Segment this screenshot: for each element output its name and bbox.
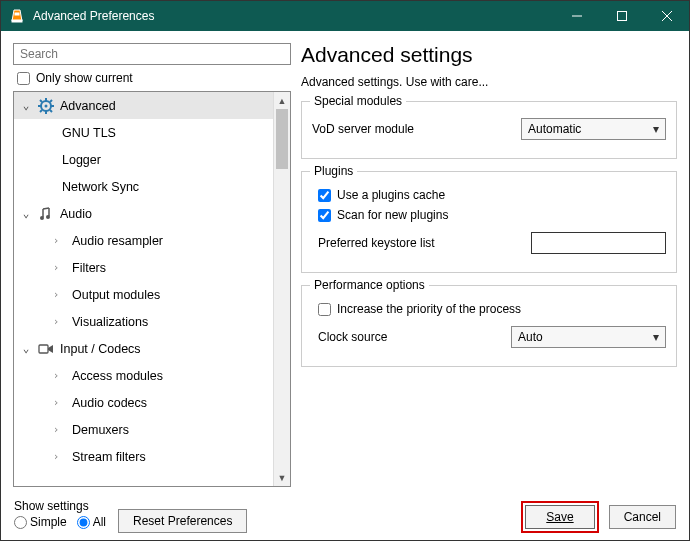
tree-item-audio[interactable]: ⌄Audio [14,200,273,227]
expand-icon[interactable]: ⌄ [20,99,32,112]
tree-label: Audio codecs [72,396,147,410]
svg-line-13 [50,110,52,112]
gear-icon [38,98,54,114]
simple-radio-input[interactable] [14,516,27,529]
page-description: Advanced settings. Use with care... [301,75,677,89]
tree-item-demuxers[interactable]: ›Demuxers [14,416,273,443]
expand-icon[interactable]: › [52,369,60,382]
use-plugins-cache-label: Use a plugins cache [337,188,445,202]
search-input[interactable] [13,43,291,65]
tree-label: Input / Codecs [60,342,141,356]
scroll-up-icon[interactable]: ▲ [274,92,290,109]
performance-group: Performance options Increase the priorit… [301,285,677,367]
only-show-current-checkbox[interactable]: Only show current [13,71,291,85]
show-settings-label2: Show settings [14,499,106,513]
simple-radio[interactable]: Simple [14,515,67,529]
tree-label: Network Sync [62,180,139,194]
expand-icon[interactable]: › [52,423,60,436]
tree-item-gnu-tls[interactable]: GNU TLS [14,119,273,146]
tree-label: Audio [60,207,92,221]
scroll-thumb[interactable] [276,109,288,169]
minimize-button[interactable] [554,1,599,31]
all-radio-label: All [93,515,106,529]
tree-label: Logger [62,153,101,167]
tree-label: Filters [72,261,106,275]
expand-icon[interactable]: ⌄ [20,207,32,220]
vod-server-combo[interactable]: Automatic [521,118,666,140]
all-radio-input[interactable] [77,516,90,529]
special-modules-group: Special modules VoD server module Automa… [301,101,677,159]
close-button[interactable] [644,1,689,31]
svg-point-7 [45,104,48,107]
vod-server-value: Automatic [528,122,581,136]
clock-source-value: Auto [518,330,543,344]
tree-item-input-codecs[interactable]: ⌄Input / Codecs [14,335,273,362]
titlebar: Advanced Preferences [1,1,689,31]
scan-plugins-input[interactable] [318,209,331,222]
svg-line-12 [40,100,42,102]
cancel-button[interactable]: Cancel [609,505,676,529]
tree-item-audio-resampler[interactable]: ›Audio resampler [14,227,273,254]
use-plugins-cache-input[interactable] [318,189,331,202]
audio-icon [38,206,54,222]
scan-plugins-label: Scan for new plugins [337,208,448,222]
performance-title: Performance options [310,278,429,292]
tree-item-filters[interactable]: ›Filters [14,254,273,281]
preferences-tree[interactable]: ⌄AdvancedGNU TLSLoggerNetwork Sync⌄Audio… [14,92,273,486]
maximize-button[interactable] [599,1,644,31]
svg-point-16 [40,216,44,220]
page-heading: Advanced settings [301,43,677,67]
tree-label: Demuxers [72,423,129,437]
tree-label: Advanced [60,99,116,113]
codec-icon [38,341,54,357]
clock-source-label: Clock source [318,330,511,344]
tree-item-visualizations[interactable]: ›Visualizations [14,308,273,335]
keystore-label: Preferred keystore list [318,236,531,250]
clock-source-combo[interactable]: Auto [511,326,666,348]
only-show-current-label: Only show current [36,71,133,85]
svg-rect-18 [39,345,48,353]
only-show-current-input[interactable] [17,72,30,85]
svg-point-17 [46,215,50,219]
scan-plugins-checkbox[interactable]: Scan for new plugins [312,208,666,222]
tree-item-access-modules[interactable]: ›Access modules [14,362,273,389]
simple-radio-label: Simple [30,515,67,529]
expand-icon[interactable]: › [52,450,60,463]
all-radio[interactable]: All [77,515,106,529]
priority-label: Increase the priority of the process [337,302,521,316]
keystore-input[interactable] [531,232,666,254]
expand-icon[interactable]: › [52,396,60,409]
special-modules-title: Special modules [310,94,406,108]
plugins-group: Plugins Use a plugins cache Scan for new… [301,171,677,273]
tree-item-audio-codecs[interactable]: ›Audio codecs [14,389,273,416]
svg-rect-1 [15,13,19,15]
window-title: Advanced Preferences [33,9,554,23]
tree-label: GNU TLS [62,126,116,140]
save-button-highlight: Save [521,501,598,533]
priority-checkbox[interactable]: Increase the priority of the process [312,302,666,316]
tree-item-output-modules[interactable]: ›Output modules [14,281,273,308]
expand-icon[interactable]: ⌄ [20,342,32,355]
tree-scrollbar[interactable]: ▲ ▼ [273,92,290,486]
tree-label: Audio resampler [72,234,163,248]
use-plugins-cache-checkbox[interactable]: Use a plugins cache [312,188,666,202]
tree-panel: ⌄AdvancedGNU TLSLoggerNetwork Sync⌄Audio… [13,91,291,487]
expand-icon[interactable]: › [52,288,60,301]
tree-label: Stream filters [72,450,146,464]
tree-item-logger[interactable]: Logger [14,146,273,173]
tree-item-stream-filters[interactable]: ›Stream filters [14,443,273,470]
expand-icon[interactable]: › [52,261,60,274]
expand-icon[interactable]: › [52,315,60,328]
tree-item-network-sync[interactable]: Network Sync [14,173,273,200]
tree-item-advanced[interactable]: ⌄Advanced [14,92,273,119]
scroll-down-icon[interactable]: ▼ [274,469,290,486]
priority-input[interactable] [318,303,331,316]
svg-line-14 [40,110,42,112]
tree-label: Access modules [72,369,163,383]
svg-rect-3 [617,12,626,21]
reset-preferences-button[interactable]: Reset Preferences [118,509,247,533]
expand-icon[interactable]: › [52,234,60,247]
plugins-title: Plugins [310,164,357,178]
svg-rect-0 [12,20,22,22]
save-button[interactable]: Save [525,505,594,529]
